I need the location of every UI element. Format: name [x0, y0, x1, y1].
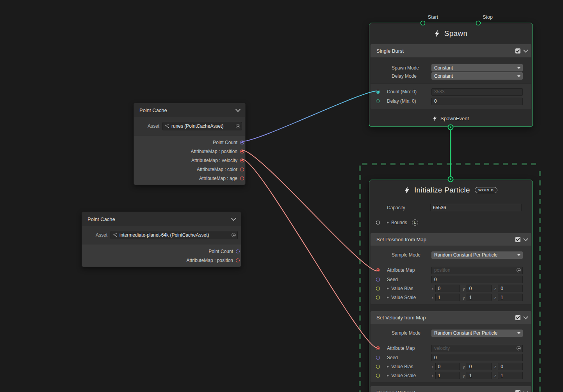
- vfx-graph-canvas[interactable]: Point Cache Asset runes (PointCacheAsset…: [0, 0, 563, 392]
- value-bias-y-field[interactable]: 0: [467, 285, 492, 292]
- value-bias-z-field[interactable]: 0: [498, 363, 523, 370]
- object-picker-icon[interactable]: [517, 346, 521, 351]
- initialize-particle-context-node[interactable]: Initialize Particle WORLD Capacity 65536…: [369, 180, 533, 392]
- spawn-event-label: SpawnEvent: [440, 116, 469, 121]
- seed-field[interactable]: 0: [431, 276, 523, 283]
- set-velocity-from-map-block[interactable]: Set Velocity from Map Sample Mode Random…: [371, 311, 531, 382]
- output-row: AttributeMap : color: [134, 165, 245, 174]
- space-badge[interactable]: WORLD: [475, 187, 497, 193]
- value-bias-x-field[interactable]: 0: [435, 363, 460, 370]
- object-picker-icon[interactable]: [236, 124, 240, 128]
- object-picker-icon[interactable]: [517, 268, 521, 273]
- asset-object-field[interactable]: intermediate-planet-64k (PointCacheAsset…: [110, 231, 238, 239]
- sample-mode-row: Sample Mode Random Constant Per Particle: [371, 328, 531, 338]
- delay-label: Delay (Min: 0): [387, 98, 431, 104]
- vfx-bolt-icon: [433, 116, 437, 121]
- value-scale-z-field[interactable]: 1: [498, 372, 523, 379]
- attributemap-position-output-port[interactable]: [236, 258, 240, 262]
- asset-row: Asset intermediate-planet-64k (PointCach…: [82, 226, 241, 244]
- bounds-lock-icon[interactable]: L: [412, 219, 418, 226]
- value-bias-input-port[interactable]: [376, 287, 380, 290]
- collapse-chevron-icon[interactable]: [235, 107, 241, 112]
- object-picker-icon[interactable]: [232, 233, 236, 237]
- edge-velocity-map-to-set-velocity[interactable]: [242, 159, 377, 348]
- value-bias-y-field[interactable]: 0: [467, 363, 492, 370]
- set-position-from-map-block[interactable]: Set Position from Map Sample Mode Random…: [371, 233, 531, 304]
- spawn-context-node[interactable]: Spawn Single Burst Spawn Mode Constant D…: [369, 23, 533, 127]
- seed-field[interactable]: 0: [431, 354, 523, 361]
- set-position-from-map-header[interactable]: Set Position from Map: [371, 233, 531, 246]
- axis-x-label: x: [431, 364, 434, 369]
- point-cache-planet-node[interactable]: Point Cache Asset intermediate-planet-64…: [82, 212, 241, 267]
- value-scale-y-field[interactable]: 1: [467, 372, 492, 379]
- single-burst-block[interactable]: Single Burst Spawn Mode Constant Delay M…: [371, 44, 531, 109]
- block-enabled-checkbox[interactable]: [515, 315, 520, 320]
- capacity-field[interactable]: 65536: [430, 204, 522, 211]
- seed-input-port[interactable]: [376, 356, 380, 360]
- delay-input-port[interactable]: [376, 99, 380, 103]
- single-burst-collapse-chevron[interactable]: [523, 48, 528, 53]
- value-bias-z-field[interactable]: 0: [498, 285, 523, 292]
- foldout-arrow-icon[interactable]: [387, 365, 389, 368]
- attributemap-position-output-port[interactable]: [240, 150, 244, 153]
- position-sphere-block[interactable]: Position (Sphere): [371, 386, 531, 392]
- spawn-mode-dropdown[interactable]: Constant: [431, 64, 523, 71]
- output-row: AttributeMap : velocity: [134, 156, 245, 165]
- foldout-arrow-icon[interactable]: [387, 221, 389, 224]
- attributemap-velocity-output-port[interactable]: [240, 159, 244, 162]
- initialize-node-header[interactable]: Initialize Particle WORLD: [369, 180, 533, 200]
- delay-field[interactable]: 0: [431, 98, 523, 105]
- block-collapse-chevron[interactable]: [523, 389, 528, 392]
- value-scale-z-field[interactable]: 1: [498, 294, 523, 301]
- single-burst-enabled-checkbox[interactable]: [515, 48, 520, 53]
- set-velocity-from-map-header[interactable]: Set Velocity from Map: [371, 311, 531, 324]
- foldout-arrow-icon[interactable]: [387, 287, 389, 290]
- bounds-input-port[interactable]: [376, 221, 380, 225]
- block-enabled-checkbox[interactable]: [515, 237, 520, 242]
- attribute-map-input-port[interactable]: [376, 268, 380, 272]
- attributemap-position-label: AttributeMap : position: [191, 149, 237, 154]
- value-bias-x-field[interactable]: 0: [435, 285, 460, 292]
- foldout-arrow-icon[interactable]: [387, 374, 389, 377]
- spawn-start-flow-port[interactable]: [421, 21, 425, 25]
- point-cache-planet-header[interactable]: Point Cache: [82, 212, 241, 226]
- attribute-map-row: Attribute Map position: [371, 265, 531, 275]
- value-scale-y-field[interactable]: 1: [467, 294, 492, 301]
- bounds-row: Bounds L: [369, 215, 533, 230]
- attributemap-color-label: AttributeMap : color: [197, 167, 237, 172]
- point-count-output-port[interactable]: [236, 249, 240, 253]
- collapse-chevron-icon[interactable]: [231, 216, 236, 221]
- block-collapse-chevron[interactable]: [523, 314, 528, 319]
- spawn-stop-flow-port[interactable]: [476, 21, 481, 25]
- value-scale-input-port[interactable]: [376, 296, 380, 299]
- count-field[interactable]: 3583: [431, 88, 523, 96]
- spawn-output-flow-port-dot: [450, 127, 451, 128]
- single-burst-header[interactable]: Single Burst: [371, 44, 531, 57]
- point-cache-runes-node[interactable]: Point Cache Asset runes (PointCacheAsset…: [134, 103, 246, 185]
- count-input-port[interactable]: [376, 90, 380, 94]
- sample-mode-dropdown[interactable]: Random Constant Per Particle: [431, 251, 523, 259]
- edge-pointcount-to-count[interactable]: [242, 91, 377, 141]
- position-sphere-header[interactable]: Position (Sphere): [371, 386, 531, 392]
- foldout-arrow-icon[interactable]: [387, 296, 389, 299]
- block-collapse-chevron[interactable]: [523, 236, 528, 241]
- value-bias-input-port[interactable]: [376, 365, 380, 369]
- attributemap-age-output-port[interactable]: [240, 176, 244, 180]
- attribute-map-field[interactable]: velocity: [431, 345, 523, 352]
- attribute-map-input-port[interactable]: [376, 346, 380, 350]
- seed-input-port[interactable]: [376, 278, 380, 282]
- value-scale-x-field[interactable]: 1: [435, 294, 460, 301]
- value-scale-input-port[interactable]: [376, 374, 380, 378]
- sample-mode-dropdown[interactable]: Random Constant Per Particle: [431, 330, 523, 337]
- outputs-area: Point Count AttributeMap : position: [82, 244, 241, 267]
- point-cache-runes-header[interactable]: Point Cache: [134, 103, 245, 117]
- delay-mode-dropdown[interactable]: Constant: [431, 72, 523, 80]
- block-enabled-checkbox[interactable]: [515, 390, 520, 392]
- attributemap-color-output-port[interactable]: [240, 167, 244, 171]
- spawn-node-header[interactable]: Spawn: [369, 23, 533, 44]
- asset-value: runes (PointCacheAsset): [171, 123, 223, 129]
- value-scale-x-field[interactable]: 1: [435, 372, 460, 379]
- attribute-map-field[interactable]: position: [431, 267, 523, 274]
- asset-object-field[interactable]: runes (PointCacheAsset): [162, 122, 242, 130]
- spawn-mode-row: Spawn Mode Constant: [371, 64, 531, 72]
